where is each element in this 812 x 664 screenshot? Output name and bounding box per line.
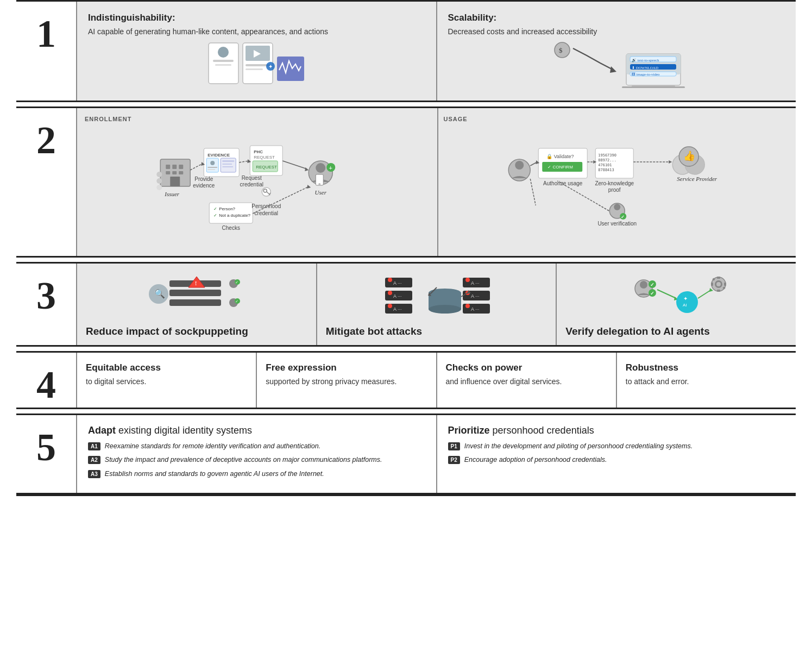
svg-text:🔊 text-to-speech: 🔊 text-to-speech — [632, 58, 659, 62]
svg-text:✓: ✓ — [213, 213, 217, 218]
section-number-1: 1 — [16, 2, 76, 101]
ai-agents-svg: ✓ ✓ ✦ AI — [622, 272, 731, 321]
checks-on-power-title: Checks on power — [446, 362, 607, 373]
panel-scalability: Scalability: Decreased costs and increas… — [436, 2, 796, 101]
svg-text:🔍: 🔍 — [154, 289, 165, 299]
svg-text:+: + — [329, 164, 332, 172]
svg-rect-28 — [179, 165, 183, 169]
svg-text:A ···: A ··· — [393, 306, 402, 312]
svg-text:Personhood: Personhood — [251, 203, 281, 209]
section-2-content: ENROLLMENT Issuer — [76, 108, 796, 256]
svg-rect-171 — [711, 283, 713, 286]
checks-on-power-body: and influence over digital services. — [446, 377, 607, 387]
adapt-bold: Adapt — [88, 425, 116, 436]
bot-attacks-illustration: A ··· A ··· A ··· — [326, 272, 547, 321]
svg-point-40 — [210, 161, 215, 165]
svg-rect-169 — [717, 277, 720, 279]
equitable-access-title: Equitable access — [86, 362, 247, 373]
svg-text:!: ! — [195, 280, 197, 286]
section-number-3: 3 — [16, 264, 76, 345]
divider-1-2 — [16, 102, 796, 107]
enrollment-label: ENROLLMENT — [85, 116, 432, 122]
panel-equitable-access: Equitable access to digital services. — [76, 353, 256, 408]
svg-point-161 — [676, 291, 698, 313]
action-a3-text: Establish norms and standards to govern … — [105, 469, 324, 479]
svg-rect-46 — [222, 166, 233, 167]
badge-a1: A1 — [88, 442, 100, 450]
bot-attacks-title: Mitigate bot attacks — [326, 325, 547, 337]
svg-line-77 — [282, 161, 307, 169]
section-3-content: ! ✓ ✓ 🔍 Reduce impac — [76, 264, 796, 345]
svg-text:proof: proof — [608, 187, 620, 193]
svg-rect-41 — [207, 167, 217, 168]
section-1-content: Indistinguishability: AI capable of gene… — [76, 2, 796, 101]
divider-4-5 — [16, 409, 796, 414]
svg-rect-30 — [172, 171, 177, 174]
svg-text:Not a duplicate?: Not a duplicate? — [219, 213, 250, 218]
svg-point-1 — [218, 47, 229, 58]
svg-point-139 — [429, 305, 461, 314]
panel-indistinguishability: Indistinguishability: AI capable of gene… — [76, 2, 436, 101]
enrollment-panel: ENROLLMENT Issuer — [76, 108, 437, 256]
ai-agents-illustration: ✓ ✓ ✦ AI — [565, 272, 787, 321]
svg-rect-44 — [222, 160, 234, 162]
section-5-content: Adapt existing digital identity systems … — [76, 415, 796, 493]
svg-text:A ···: A ··· — [471, 293, 480, 299]
svg-rect-31 — [179, 171, 183, 174]
panel-adapt: Adapt existing digital identity systems … — [76, 415, 436, 493]
svg-rect-170 — [717, 290, 720, 292]
svg-text:8788413: 8788413 — [598, 168, 614, 172]
sockpuppeting-title: Reduce impact of sockpuppeting — [86, 325, 307, 337]
svg-point-33 — [156, 172, 162, 177]
free-expression-body: supported by strong privacy measures. — [266, 377, 427, 387]
svg-point-35 — [156, 185, 162, 190]
action-item-a1: A1 Reexamine standards for remote identi… — [88, 442, 425, 452]
section-row-2: 2 ENROLLMENT — [16, 107, 796, 258]
svg-text:✓: ✓ — [650, 282, 654, 287]
svg-text:EVIDENCE: EVIDENCE — [207, 153, 230, 158]
svg-rect-42 — [207, 169, 215, 170]
svg-text:🖼 image-to-video: 🖼 image-to-video — [632, 72, 660, 77]
action-item-p1: P1 Invest in the development and pilotin… — [448, 442, 785, 452]
svg-point-154 — [640, 281, 647, 289]
svg-text:PHC: PHC — [254, 149, 263, 154]
bot-attacks-svg: A ··· A ··· A ··· — [382, 272, 491, 321]
prioritize-bold: Prioritize — [448, 425, 490, 436]
svg-rect-2 — [213, 60, 234, 62]
action-item-a3: A3 Establish norms and standards to gove… — [88, 469, 425, 479]
svg-text:✓ CONFIRM: ✓ CONFIRM — [547, 165, 573, 170]
svg-marker-78 — [305, 167, 309, 171]
svg-text:Zero-knowledge: Zero-knowledge — [595, 180, 634, 186]
svg-text:🔒 Validate?: 🔒 Validate? — [546, 153, 574, 160]
usage-label: USAGE — [444, 116, 791, 122]
panel-robustness: Robustness to attack and error. — [616, 353, 796, 408]
svg-point-84 — [515, 161, 524, 170]
action-a1-text: Reexamine standards for remote identity … — [105, 442, 320, 452]
svg-text:✓: ✓ — [621, 215, 625, 220]
svg-rect-24 — [622, 86, 685, 88]
bottom-border — [16, 494, 796, 498]
adapt-rest: existing digital identity systems — [116, 425, 252, 436]
section-row-1: 1 Indistinguishability: AI capable of ge… — [16, 0, 796, 102]
svg-text:$: $ — [559, 46, 563, 54]
scalability-illustration: $ 🔊 text-to-speech ⬇ DOWNLOAD 🖼 — [448, 37, 785, 92]
prioritize-heading: Prioritize personhood credentials — [448, 425, 785, 436]
svg-point-129 — [388, 278, 392, 282]
action-p1-text: Invest in the development and piloting o… — [464, 442, 693, 452]
svg-text:credential: credential — [255, 210, 278, 216]
svg-text:Service Provider: Service Provider — [677, 176, 717, 182]
svg-rect-29 — [166, 171, 170, 174]
robustness-title: Robustness — [626, 362, 787, 373]
panel-prioritize: Prioritize personhood credentials P1 Inv… — [436, 415, 796, 493]
svg-point-149 — [465, 304, 470, 308]
svg-text:08972...: 08972... — [598, 158, 616, 162]
svg-text:REQUEST: REQUEST — [256, 165, 277, 170]
svg-text:✓: ✓ — [235, 280, 238, 285]
svg-text:Request: Request — [242, 175, 262, 181]
svg-text:A ···: A ··· — [471, 280, 480, 286]
svg-line-159 — [657, 290, 676, 298]
panel-bot-attacks: A ··· A ··· A ··· — [316, 264, 556, 345]
svg-text:19567390: 19567390 — [598, 153, 616, 158]
panel-sockpuppeting: ! ✓ ✓ 🔍 Reduce impac — [76, 264, 316, 345]
svg-rect-3 — [215, 64, 231, 66]
